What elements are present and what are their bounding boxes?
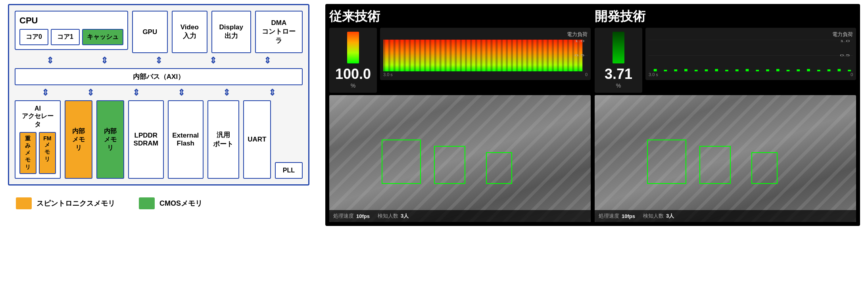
svg-rect-9 [411, 40, 414, 71]
svg-rect-12 [426, 40, 429, 71]
bottom-arrow-row: ⇕ ⇕ ⇕ ⇕ ⇕ ⇕ [15, 88, 303, 98]
svg-rect-65 [684, 69, 687, 71]
right-escalator-visual [595, 95, 856, 222]
svg-rect-40 [569, 40, 572, 71]
svg-rect-27 [503, 40, 506, 71]
svg-rect-37 [554, 40, 557, 71]
svg-rect-79 [828, 69, 831, 71]
detection-box-1 [382, 140, 421, 184]
arrow3: ⇕ [155, 55, 162, 66]
right-fps-label: 処理速度 [599, 212, 619, 220]
right-side: 従来技術 100.0 % 電力負荷 [325, 4, 860, 226]
gen-port-block: 汎用ポート [207, 100, 239, 179]
left-chart-label: 電力負荷 [383, 31, 588, 38]
cmos-color-swatch [139, 197, 155, 209]
left-panel-title: 従来技術 [329, 8, 380, 25]
left-power-gradient [347, 32, 359, 63]
left-fps-item: 処理速度 10fps [333, 212, 370, 220]
left-fps-value: 10fps [356, 213, 370, 219]
svg-rect-72 [756, 70, 759, 71]
left-time-end: 0 [585, 72, 588, 77]
right-panel-top: 3.71 % 電力負荷 [595, 28, 856, 93]
right-time-start: 3.0 s [649, 72, 658, 77]
left-video-footer: 処理速度 10fps 検知人数 3人 [329, 210, 591, 222]
svg-rect-78 [817, 70, 820, 71]
left-power-display: 100.0 % [329, 28, 377, 93]
top-arrow-row: ⇕ ⇕ ⇕ ⇕ ⇕ [15, 55, 303, 66]
svg-rect-11 [421, 40, 424, 71]
legend: スピントロニクスメモリ CMOSメモリ [8, 193, 309, 213]
svg-rect-69 [725, 70, 728, 71]
right-panel-title: 開発技術 [595, 8, 645, 25]
naibu-mem1-box: 内部メモリ [65, 100, 92, 179]
uart-block: UART [243, 100, 271, 179]
cpu-label: CPU [19, 15, 123, 26]
svg-rect-34 [538, 40, 542, 71]
ai-sub-row: 重みメモリ FMメモリ [19, 132, 56, 174]
svg-rect-32 [528, 40, 532, 71]
svg-rect-80 [837, 69, 841, 71]
ai-label: AIアクセレータ [19, 105, 56, 129]
weight-mem-box: 重みメモリ [19, 132, 36, 174]
svg-rect-6 [396, 40, 399, 71]
video-in-block: Video入力 [172, 11, 207, 53]
svg-rect-5 [390, 40, 394, 71]
svg-rect-75 [787, 70, 790, 71]
gpu-block: GPU [132, 11, 168, 53]
svg-rect-22 [477, 40, 480, 71]
svg-rect-63 [664, 70, 667, 71]
arrow5: ⇕ [264, 55, 271, 66]
right-power-gradient [613, 32, 624, 63]
right-detection-box-3 [751, 152, 778, 184]
svg-rect-17 [452, 40, 455, 71]
svg-text:0.5: 0.5 [574, 54, 585, 57]
legend-cmos: CMOSメモリ [139, 197, 202, 209]
right-chart-axis: 3.0 s 0 [649, 72, 853, 77]
cpu-block: CPU コア0 コア1 キャッシュ [15, 11, 128, 50]
svg-rect-71 [746, 69, 749, 71]
svg-rect-76 [797, 69, 800, 71]
svg-rect-30 [518, 40, 521, 71]
svg-rect-13 [431, 40, 434, 71]
svg-rect-36 [549, 40, 552, 71]
left-time-start: 3.0 s [383, 72, 393, 77]
right-chart-label: 電力負荷 [649, 31, 853, 38]
left-video-frame: 処理速度 10fps 検知人数 3人 [329, 95, 591, 222]
svg-rect-10 [416, 40, 419, 71]
left-chart-svg: 1.0 0.5 [383, 40, 588, 71]
svg-rect-94 [595, 95, 856, 119]
dma-block: DMAコントローラ [255, 11, 303, 53]
svg-rect-19 [462, 40, 465, 71]
arrow8: ⇕ [133, 88, 140, 98]
right-time-end: 0 [851, 72, 853, 77]
right-detect-label: 検知人数 [643, 212, 664, 220]
arrow1: ⇕ [46, 55, 54, 66]
cmos-label: CMOSメモリ [159, 199, 202, 208]
svg-rect-25 [493, 40, 496, 71]
left-power-unit: % [351, 82, 355, 89]
svg-rect-4 [385, 40, 388, 71]
right-fps-value: 10fps [622, 213, 635, 219]
svg-rect-81 [848, 70, 851, 71]
svg-rect-66 [695, 70, 698, 71]
svg-rect-20 [467, 40, 470, 71]
left-video-panel: 従来技術 100.0 % 電力負荷 [329, 8, 591, 222]
lpddr-block: LPDDRSDRAM [128, 100, 164, 179]
core0-box: コア0 [19, 29, 48, 45]
right-video-footer: 処理速度 10fps 検知人数 3人 [595, 210, 856, 222]
svg-rect-7 [401, 40, 404, 71]
core1-box: コア1 [51, 29, 80, 45]
svg-rect-31 [523, 40, 526, 71]
svg-rect-23 [482, 40, 486, 71]
left-detect-value: 3人 [401, 212, 409, 220]
left-chart-axis: 3.0 s 0 [383, 72, 588, 77]
right-video-frame: 処理速度 10fps 検知人数 3人 [595, 95, 856, 222]
arrow11: ⇕ [269, 88, 276, 98]
detection-box-3 [486, 152, 512, 184]
cache-box: キャッシュ [82, 29, 123, 45]
arrow7: ⇕ [87, 88, 94, 98]
right-fps-item: 処理速度 10fps [599, 212, 635, 220]
pll-area: PLL [275, 100, 303, 179]
architecture-section: CPU コア0 コア1 キャッシュ GPU Video入力 Display出力 … [8, 4, 309, 213]
right-power-unit: % [616, 82, 621, 89]
